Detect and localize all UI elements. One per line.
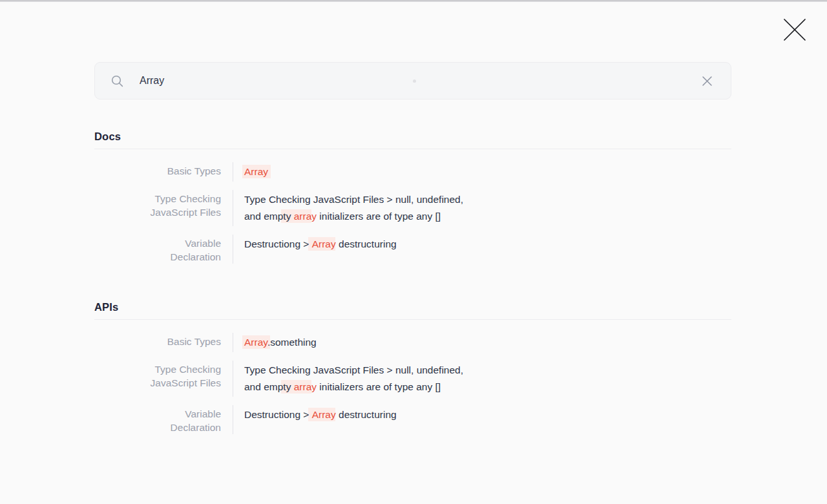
- highlighted-match: array: [294, 211, 317, 222]
- search-result-row[interactable]: Basic TypesArray: [94, 162, 731, 182]
- section-rows: Basic TypesArray.somethingType CheckingJ…: [94, 333, 731, 434]
- cursor-dot: [413, 79, 416, 83]
- result-breadcrumb-label: Type CheckingJavaScript Files: [94, 190, 221, 226]
- result-breadcrumb-label: VariableDeclaration: [94, 235, 221, 264]
- close-modal-button[interactable]: [782, 17, 808, 43]
- result-breadcrumb-label: VariableDeclaration: [94, 405, 221, 434]
- search-result-row[interactable]: Type CheckingJavaScript FilesType Checki…: [94, 190, 731, 226]
- result-text: Type Checking JavaScript Files > null, u…: [233, 190, 463, 226]
- highlighted-match: Array: [312, 409, 336, 420]
- x-icon: [702, 76, 713, 87]
- results-section: DocsBasic TypesArrayType CheckingJavaScr…: [94, 131, 731, 264]
- search-result-row[interactable]: Basic TypesArray.something: [94, 333, 731, 352]
- result-text: Array.something: [233, 333, 317, 352]
- close-icon: [783, 18, 806, 41]
- result-breadcrumb-label: Type CheckingJavaScript Files: [94, 361, 221, 397]
- result-text: Destructiong > Array destructuring: [233, 235, 397, 264]
- clear-search-button[interactable]: [699, 73, 715, 89]
- results-section: APIsBasic TypesArray.somethingType Check…: [94, 301, 731, 434]
- highlighted-match: array: [294, 381, 317, 392]
- highlighted-match: Array: [244, 337, 267, 348]
- search-result-row[interactable]: VariableDeclarationDestructiong > Array …: [94, 405, 731, 434]
- section-title: Docs: [94, 131, 731, 149]
- result-text: Array: [233, 162, 268, 182]
- search-icon: [110, 74, 124, 88]
- search-result-row[interactable]: VariableDeclarationDestructiong > Array …: [94, 235, 731, 264]
- result-text: Destructiong > Array destructuring: [233, 405, 397, 434]
- result-breadcrumb-label: Basic Types: [94, 162, 221, 182]
- result-breadcrumb-label: Basic Types: [94, 333, 221, 352]
- highlighted-match: Array: [312, 238, 336, 249]
- section-rows: Basic TypesArrayType CheckingJavaScript …: [94, 162, 731, 264]
- section-title: APIs: [94, 301, 731, 320]
- search-input[interactable]: [138, 74, 699, 87]
- highlighted-match: Array: [244, 166, 268, 177]
- search-modal: DocsBasic TypesArrayType CheckingJavaScr…: [94, 62, 731, 434]
- search-result-row[interactable]: Type CheckingJavaScript FilesType Checki…: [94, 361, 731, 397]
- search-bar: [94, 62, 731, 100]
- result-text: Type Checking JavaScript Files > null, u…: [233, 361, 463, 397]
- search-results: DocsBasic TypesArrayType CheckingJavaScr…: [94, 131, 731, 434]
- top-edge-strip: [0, 0, 827, 2]
